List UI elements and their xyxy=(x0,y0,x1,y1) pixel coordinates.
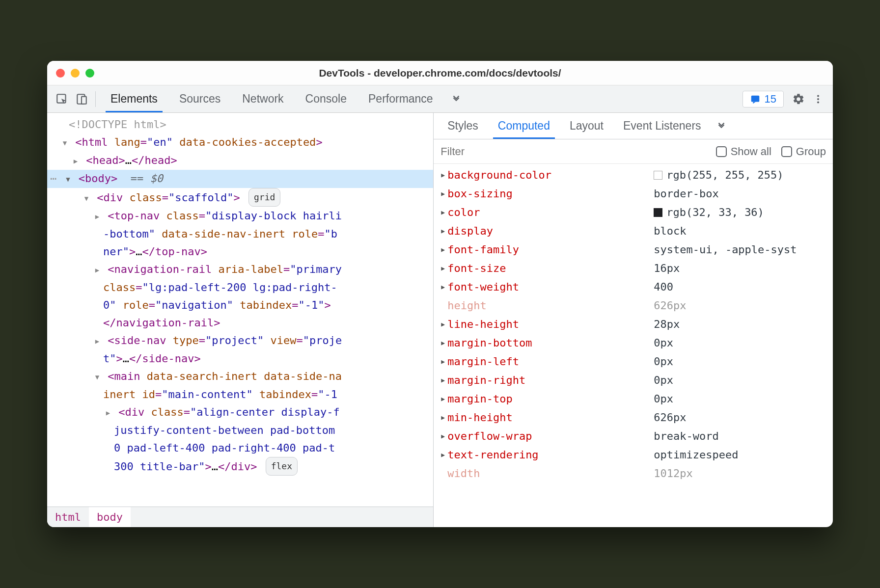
chevron-right-icon[interactable]: ▶ xyxy=(439,259,447,278)
computed-property-row[interactable]: ▶overflow-wrapbreak-word xyxy=(434,427,833,446)
chevron-right-icon[interactable]: ▶ xyxy=(439,185,447,203)
computed-property-row[interactable]: ▶colorrgb(32, 33, 36) xyxy=(434,203,833,222)
subtab-styles[interactable]: Styles xyxy=(438,113,488,139)
computed-property-row[interactable]: width1012px xyxy=(434,464,833,483)
property-value: 28px xyxy=(654,315,680,334)
computed-property-row[interactable]: ▶margin-bottom0px xyxy=(434,334,833,352)
chevron-right-icon[interactable]: ▶ xyxy=(439,408,447,427)
computed-property-row[interactable]: ▶line-height28px xyxy=(434,315,833,334)
svg-rect-3 xyxy=(751,95,759,102)
subtab-computed[interactable]: Computed xyxy=(488,113,560,139)
breadcrumbs: html body xyxy=(47,507,433,527)
dom-node-div-scaffold[interactable]: ▼ <div class="scaffold"> grid xyxy=(47,188,433,207)
dom-node-body-selected[interactable]: ⋯ ▼ <body> == $0 xyxy=(47,170,433,188)
property-value: optimizespeed xyxy=(654,446,738,464)
device-toolbar-icon[interactable] xyxy=(72,89,91,109)
chevron-right-icon[interactable]: ▶ xyxy=(439,222,447,241)
minimize-window-button[interactable] xyxy=(71,69,80,78)
property-name: box-sizing xyxy=(447,185,654,203)
chevron-right-icon[interactable]: ▶ xyxy=(439,446,447,464)
tab-console[interactable]: Console xyxy=(295,85,358,112)
computed-property-row[interactable]: ▶margin-right0px xyxy=(434,371,833,390)
window-controls xyxy=(56,69,94,78)
tab-performance[interactable]: Performance xyxy=(358,85,444,112)
filter-input[interactable] xyxy=(440,145,706,158)
computed-property-row[interactable]: ▶displayblock xyxy=(434,222,833,241)
chevron-right-icon[interactable]: ▶ xyxy=(72,152,80,170)
svg-point-5 xyxy=(817,98,819,100)
chevron-right-icon[interactable]: ▶ xyxy=(93,332,101,350)
ellipsis-icon[interactable]: ⋯ xyxy=(47,172,57,185)
svg-point-6 xyxy=(817,101,819,103)
dom-node-html[interactable]: ▼ <html lang="en" data-cookies-accepted> xyxy=(47,134,433,152)
dom-node-side-nav[interactable]: ▶ <side-nav type="project" view="proje t… xyxy=(47,332,433,368)
chevron-right-icon[interactable]: ▶ xyxy=(439,315,447,334)
chevron-down-icon[interactable]: ▼ xyxy=(93,368,101,386)
breadcrumb-html[interactable]: html xyxy=(47,507,89,527)
maximize-window-button[interactable] xyxy=(85,69,94,78)
chevron-right-icon[interactable] xyxy=(439,296,447,315)
dom-node-main[interactable]: ▼ <main data-search-inert data-side-na i… xyxy=(47,368,433,403)
show-all-checkbox[interactable]: Show all xyxy=(716,145,771,158)
svg-point-4 xyxy=(817,95,819,97)
dom-tree[interactable]: <!DOCTYPE html> ▼ <html lang="en" data-c… xyxy=(47,113,433,507)
subtab-event-listeners[interactable]: Event Listeners xyxy=(613,113,711,139)
chevron-right-icon[interactable]: ▶ xyxy=(439,278,447,296)
computed-property-row[interactable]: ▶font-size16px xyxy=(434,259,833,278)
subtab-layout[interactable]: Layout xyxy=(560,113,613,139)
chevron-down-icon[interactable]: ▼ xyxy=(82,189,90,207)
computed-property-row[interactable]: ▶text-renderingoptimizespeed xyxy=(434,446,833,464)
property-value: 0px xyxy=(654,371,673,390)
dom-node-div-titlebar[interactable]: ▶ <div class="align-center display-f jus… xyxy=(47,403,433,476)
dom-node-navigation-rail[interactable]: ▶ <navigation-rail aria-label="primary c… xyxy=(47,261,433,332)
computed-property-row[interactable]: ▶box-sizingborder-box xyxy=(434,185,833,203)
more-subtabs-icon[interactable] xyxy=(711,113,732,139)
kebab-menu-icon[interactable] xyxy=(808,89,828,109)
chevron-right-icon[interactable]: ▶ xyxy=(439,427,447,446)
chevron-right-icon[interactable]: ▶ xyxy=(439,203,447,222)
chevron-right-icon[interactable]: ▶ xyxy=(104,404,112,422)
inspect-element-icon[interactable] xyxy=(52,89,72,109)
checkbox-icon xyxy=(716,146,727,157)
dom-node-head[interactable]: ▶ <head>…</head> xyxy=(47,152,433,170)
property-name: min-height xyxy=(447,408,654,427)
color-swatch-icon[interactable] xyxy=(654,208,662,217)
breadcrumb-body[interactable]: body xyxy=(89,507,131,527)
computed-property-row[interactable]: ▶margin-left0px xyxy=(434,352,833,371)
dom-node-top-nav[interactable]: ▶ <top-nav class="display-block hairli -… xyxy=(47,207,433,261)
chevron-right-icon[interactable]: ▶ xyxy=(439,352,447,371)
issues-button[interactable]: 15 xyxy=(742,91,784,107)
chevron-right-icon[interactable]: ▶ xyxy=(439,371,447,390)
chevron-down-icon[interactable]: ▼ xyxy=(64,170,72,188)
computed-property-row[interactable]: ▶min-height626px xyxy=(434,408,833,427)
settings-gear-icon[interactable] xyxy=(789,89,808,109)
computed-property-row[interactable]: ▶font-weight400 xyxy=(434,278,833,296)
computed-properties[interactable]: ▶background-colorrgb(255, 255, 255)▶box-… xyxy=(434,164,833,527)
tab-network[interactable]: Network xyxy=(231,85,294,112)
layout-badge-flex[interactable]: flex xyxy=(266,457,298,476)
computed-property-row[interactable]: ▶background-colorrgb(255, 255, 255) xyxy=(434,166,833,185)
color-swatch-icon[interactable] xyxy=(654,171,662,180)
chevron-right-icon[interactable]: ▶ xyxy=(93,208,101,225)
group-checkbox[interactable]: Group xyxy=(781,145,826,158)
layout-badge-grid[interactable]: grid xyxy=(248,188,280,207)
dom-node-doctype[interactable]: <!DOCTYPE html> xyxy=(47,116,433,134)
chevron-right-icon[interactable]: ▶ xyxy=(439,241,447,259)
property-name: width xyxy=(447,464,654,483)
more-tabs-icon[interactable] xyxy=(444,85,468,112)
chevron-right-icon[interactable]: ▶ xyxy=(439,334,447,352)
tab-elements[interactable]: Elements xyxy=(100,85,168,112)
chevron-right-icon[interactable]: ▶ xyxy=(439,166,447,185)
svg-rect-2 xyxy=(82,96,86,104)
computed-property-row[interactable]: ▶margin-top0px xyxy=(434,390,833,408)
window-title: DevTools - developer.chrome.com/docs/dev… xyxy=(47,67,833,79)
chevron-right-icon[interactable] xyxy=(439,464,447,483)
close-window-button[interactable] xyxy=(56,69,65,78)
chevron-right-icon[interactable]: ▶ xyxy=(93,261,101,279)
tab-sources[interactable]: Sources xyxy=(168,85,231,112)
chevron-down-icon[interactable]: ▼ xyxy=(61,134,69,152)
computed-property-row[interactable]: ▶font-familysystem-ui, -apple-syst xyxy=(434,241,833,259)
chevron-right-icon[interactable]: ▶ xyxy=(439,390,447,408)
property-value: 16px xyxy=(654,259,680,278)
computed-property-row[interactable]: height626px xyxy=(434,296,833,315)
